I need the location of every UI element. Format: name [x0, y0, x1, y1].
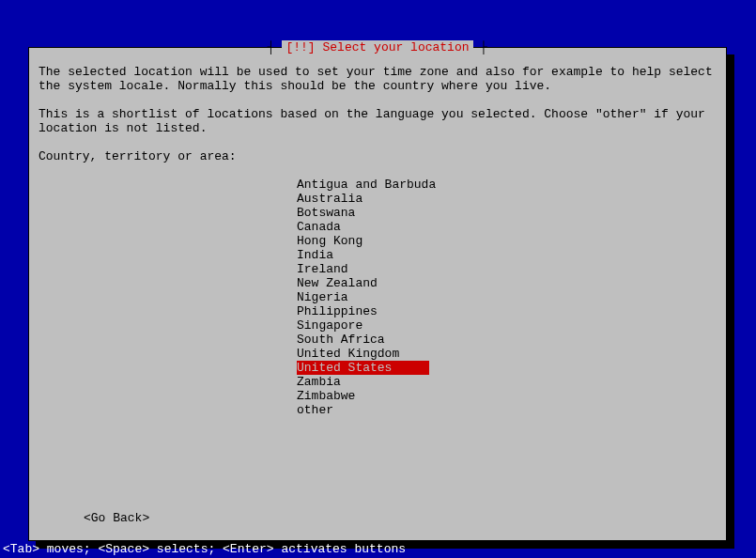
list-item[interactable]: South Africa: [297, 333, 717, 347]
list-item[interactable]: Botswana: [297, 206, 717, 220]
title-dash-left: ┤: [268, 40, 283, 54]
title-dash-right: ├: [473, 40, 488, 54]
dialog-title: [!!] Select your location: [282, 40, 472, 54]
list-item[interactable]: other: [297, 403, 717, 417]
location-dialog: ┤ [!!] Select your location ├ The select…: [28, 47, 727, 541]
dialog-content: The selected location will be used to se…: [29, 48, 726, 426]
list-item[interactable]: Nigeria: [297, 290, 717, 304]
footer-help-text: <Tab> moves; <Space> selects; <Enter> ac…: [3, 542, 406, 556]
description-paragraph-1: The selected location will be used to se…: [39, 65, 717, 93]
location-list[interactable]: Antigua and BarbudaAustraliaBotswanaCana…: [297, 178, 717, 417]
list-item[interactable]: Australia: [297, 192, 717, 206]
selection-prompt: Country, territory or area:: [39, 149, 717, 163]
description-paragraph-2: This is a shortlist of locations based o…: [39, 107, 717, 135]
dialog-title-row: ┤ [!!] Select your location ├: [29, 40, 726, 54]
list-item[interactable]: United Kingdom: [297, 347, 717, 361]
list-item[interactable]: India: [297, 248, 717, 262]
list-item[interactable]: Zimbabwe: [297, 389, 717, 403]
list-item[interactable]: Ireland: [297, 262, 717, 276]
list-item[interactable]: Antigua and Barbuda: [297, 178, 717, 192]
list-item[interactable]: Philippines: [297, 304, 717, 318]
list-item[interactable]: United States: [297, 361, 429, 375]
go-back-button[interactable]: <Go Back>: [84, 511, 149, 525]
list-item[interactable]: Singapore: [297, 318, 717, 333]
list-item[interactable]: New Zealand: [297, 276, 717, 290]
list-item[interactable]: Zambia: [297, 375, 717, 389]
list-item[interactable]: Hong Kong: [297, 234, 717, 248]
list-item[interactable]: Canada: [297, 220, 717, 234]
